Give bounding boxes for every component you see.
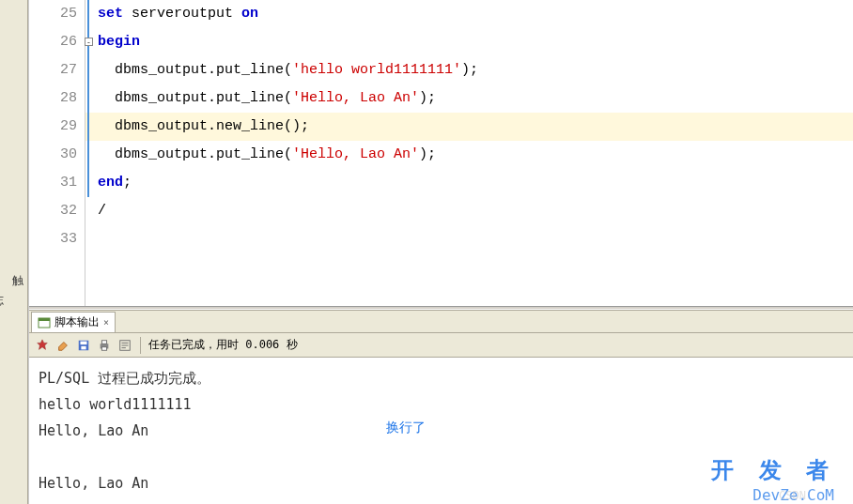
code-line[interactable]: set serveroutput on <box>85 0 853 28</box>
tab-label: 脚本输出 <box>54 314 100 330</box>
svg-rect-7 <box>101 346 106 350</box>
left-sidebar: 触 志 接 Ex <box>0 0 28 504</box>
code-line[interactable] <box>85 225 853 253</box>
svg-rect-6 <box>101 340 106 344</box>
print-icon[interactable] <box>97 338 112 353</box>
code-line[interactable]: dbms_output.put_line('Hello, Lao An'); <box>85 141 853 169</box>
code-line[interactable]: end; <box>85 169 853 197</box>
line-gutter: 252627282930313233 <box>29 0 85 306</box>
output-tab-bar: 脚本输出 × <box>29 311 853 333</box>
fold-toggle[interactable]: - <box>85 38 93 46</box>
code-line[interactable]: / <box>85 197 853 225</box>
output-toolbar: 任务已完成，用时 0.006 秒 <box>29 333 853 358</box>
text-icon[interactable] <box>117 338 132 353</box>
watermark: 开 发 者 <box>711 455 834 485</box>
output-line: Hello, Lao An <box>39 418 844 444</box>
code-editor[interactable]: 252627282930313233 set serveroutput on b… <box>29 0 853 306</box>
sidebar-item[interactable]: 触 <box>8 263 27 270</box>
code-line[interactable]: dbms_output.new_line(); <box>85 113 853 141</box>
sidebar-item[interactable]: 志 <box>0 282 8 289</box>
script-output-icon <box>38 316 51 329</box>
output-line: hello world1111111 <box>39 391 844 418</box>
svg-rect-1 <box>39 318 50 321</box>
save-icon[interactable] <box>76 338 91 353</box>
svg-rect-4 <box>81 345 85 349</box>
code-line[interactable]: dbms_output.put_line('hello world1111111… <box>85 56 853 84</box>
code-area[interactable]: set serveroutput on begin- dbms_output.p… <box>85 0 853 306</box>
close-icon[interactable]: × <box>103 317 109 328</box>
watermark: CSDN <box>779 489 806 502</box>
code-line[interactable]: dbms_output.put_line('Hello, Lao An'); <box>85 84 853 113</box>
tab-script-output[interactable]: 脚本输出 × <box>31 312 116 332</box>
svg-rect-3 <box>81 341 87 344</box>
code-line[interactable]: begin <box>85 28 853 56</box>
pin-icon[interactable] <box>35 338 50 353</box>
output-line: PL/SQL 过程已成功完成。 <box>39 365 844 391</box>
annotation-text: 换行了 <box>386 414 426 440</box>
toolbar-status-text: 任务已完成，用时 0.006 秒 <box>148 337 298 353</box>
eraser-icon[interactable] <box>55 338 70 353</box>
